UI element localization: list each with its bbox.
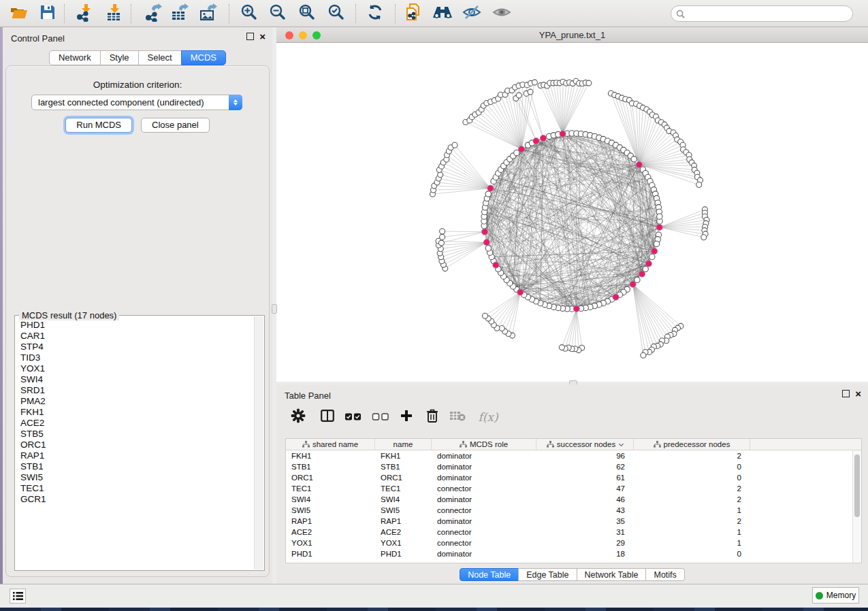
mcds-hub-node[interactable] xyxy=(639,271,645,277)
add-column-plus-icon[interactable] xyxy=(400,410,413,425)
zoom-selected-icon[interactable] xyxy=(327,3,345,24)
cell-MCDS-role[interactable]: connector xyxy=(432,505,536,516)
zoom-in-icon[interactable] xyxy=(240,3,258,24)
export-table-icon[interactable] xyxy=(170,3,190,24)
mcds-node-item[interactable]: PHD1 xyxy=(20,320,254,331)
table-row[interactable]: ACE2ACE2connector311 xyxy=(286,527,852,538)
close-panel-icon[interactable]: × xyxy=(259,33,266,40)
cell-MCDS-role[interactable]: dominator xyxy=(432,516,536,527)
open-session-icon[interactable] xyxy=(9,4,28,23)
table-row[interactable]: FKH1FKH1dominator962 xyxy=(286,450,852,461)
cell-shared-name[interactable]: STB1 xyxy=(286,461,375,472)
cell-name[interactable]: YOX1 xyxy=(375,538,432,548)
cell-MCDS-role[interactable]: connector xyxy=(432,527,536,538)
mcds-hub-node[interactable] xyxy=(533,138,539,144)
tab-style[interactable]: Style xyxy=(100,50,139,65)
mcds-hub-node[interactable] xyxy=(487,185,494,191)
optimization-criterion-select[interactable]: largest connected component (undirected) xyxy=(31,95,242,110)
export-image-icon[interactable] xyxy=(198,3,219,24)
close-table-panel-icon[interactable]: × xyxy=(855,390,861,397)
tab-mcds[interactable]: MCDS xyxy=(181,50,226,65)
leaf-node[interactable] xyxy=(438,240,444,246)
mcds-node-item[interactable]: SRD1 xyxy=(20,385,254,396)
settings-gear-icon[interactable] xyxy=(291,409,306,426)
table-row[interactable]: RAP1RAP1dominator352 xyxy=(286,516,852,527)
cell-MCDS-role[interactable]: dominator xyxy=(432,461,536,472)
cell-name[interactable]: ACE2 xyxy=(375,527,432,538)
cell-predecessor-nodes[interactable]: 2 xyxy=(634,516,750,527)
table-row[interactable]: PHD1PHD1dominator180 xyxy=(286,548,852,559)
task-history-button[interactable] xyxy=(10,589,26,604)
mcds-list-scrollbar[interactable] xyxy=(254,316,263,569)
table-row[interactable]: ORC1ORC1dominator610 xyxy=(286,472,852,483)
mcds-hub-node[interactable] xyxy=(540,135,546,141)
leaf-node[interactable] xyxy=(701,235,707,240)
cell-successor-nodes[interactable]: 31 xyxy=(536,527,634,538)
mcds-hub-node[interactable] xyxy=(636,162,642,168)
mcds-node-item[interactable]: GCR1 xyxy=(20,494,254,505)
deselect-all-icon[interactable] xyxy=(372,411,389,423)
cell-shared-name[interactable]: RAP1 xyxy=(286,516,375,527)
tab-select[interactable]: Select xyxy=(138,50,182,65)
column-header-predecessor-nodes[interactable]: predecessor nodes xyxy=(634,439,750,450)
mcds-node-item[interactable]: SWI4 xyxy=(20,374,254,385)
mcds-hub-node[interactable] xyxy=(481,229,487,235)
cell-predecessor-nodes[interactable]: 2 xyxy=(634,494,750,505)
cell-shared-name[interactable]: YOX1 xyxy=(286,538,375,548)
cell-shared-name[interactable]: TEC1 xyxy=(286,483,375,494)
mcds-node-item[interactable]: STB1 xyxy=(20,461,254,472)
table-row[interactable]: STB1STB1dominator620 xyxy=(286,461,852,472)
mcds-result-list[interactable]: PHD1CAR1STP4TID3YOX1SWI4SRD1PMA2FKH1ACE2… xyxy=(16,320,254,569)
cell-shared-name[interactable]: SWI5 xyxy=(286,505,375,516)
search-input[interactable] xyxy=(685,9,852,18)
ring-node[interactable] xyxy=(654,241,659,246)
cell-predecessor-nodes[interactable]: 2 xyxy=(634,483,750,494)
column-header-successor-nodes[interactable]: successor nodes xyxy=(536,439,634,450)
tab-edge-table[interactable]: Edge Table xyxy=(518,568,577,581)
cell-name[interactable]: SWI5 xyxy=(375,505,432,516)
mcds-hub-node[interactable] xyxy=(630,281,636,287)
network-titlebar[interactable]: YPA_prune.txt_1 xyxy=(276,27,868,43)
cell-name[interactable]: SWI4 xyxy=(375,494,432,505)
cell-predecessor-nodes[interactable]: 0 xyxy=(634,461,750,472)
mcds-node-item[interactable]: STP4 xyxy=(20,342,254,352)
mcds-node-item[interactable]: ACE2 xyxy=(20,418,254,429)
leaf-node[interactable] xyxy=(532,80,537,85)
cell-successor-nodes[interactable]: 46 xyxy=(536,494,634,505)
leaf-node[interactable] xyxy=(696,182,702,188)
panel-divider-grip[interactable] xyxy=(272,304,277,314)
table-row[interactable]: SWI5SWI5connector431 xyxy=(286,505,852,516)
leaf-node[interactable] xyxy=(440,234,445,240)
table-row[interactable]: SWI4SWI4dominator462 xyxy=(286,494,852,505)
mcds-hub-node[interactable] xyxy=(493,262,499,268)
mcds-node-item[interactable]: STB5 xyxy=(20,429,254,440)
ring-node[interactable] xyxy=(631,156,637,162)
cell-predecessor-nodes[interactable]: 0 xyxy=(634,548,750,559)
mcds-node-item[interactable]: CAR1 xyxy=(20,331,254,342)
import-network-icon[interactable] xyxy=(76,3,95,24)
cell-predecessor-nodes[interactable]: 0 xyxy=(634,472,750,483)
cell-successor-nodes[interactable]: 18 xyxy=(536,548,634,559)
mcds-node-item[interactable]: YOX1 xyxy=(20,363,254,374)
clone-network-icon[interactable] xyxy=(404,2,423,25)
search-box[interactable] xyxy=(671,5,853,22)
ring-node[interactable] xyxy=(485,246,491,251)
leaf-node[interactable] xyxy=(452,142,457,148)
cell-predecessor-nodes[interactable]: 1 xyxy=(634,538,750,548)
network-canvas[interactable] xyxy=(276,43,868,382)
cell-successor-nodes[interactable]: 61 xyxy=(536,472,634,483)
float-panel-icon[interactable] xyxy=(246,33,254,40)
cell-name[interactable]: FKH1 xyxy=(375,450,432,461)
leaf-node[interactable] xyxy=(586,80,592,86)
tab-network[interactable]: Network xyxy=(49,50,101,65)
mcds-hub-node[interactable] xyxy=(560,131,566,137)
cell-name[interactable]: STB1 xyxy=(375,461,432,472)
mcds-node-item[interactable]: SWI5 xyxy=(20,472,254,483)
cell-shared-name[interactable]: PHD1 xyxy=(286,548,375,559)
column-header-shared-name[interactable]: shared name xyxy=(286,439,375,450)
tab-motifs[interactable]: Motifs xyxy=(645,568,684,581)
cell-predecessor-nodes[interactable]: 1 xyxy=(634,527,750,538)
mcds-hub-node[interactable] xyxy=(656,224,662,230)
choose-columns-icon[interactable] xyxy=(321,410,334,425)
table-scrollbar-thumb[interactable] xyxy=(854,455,860,517)
